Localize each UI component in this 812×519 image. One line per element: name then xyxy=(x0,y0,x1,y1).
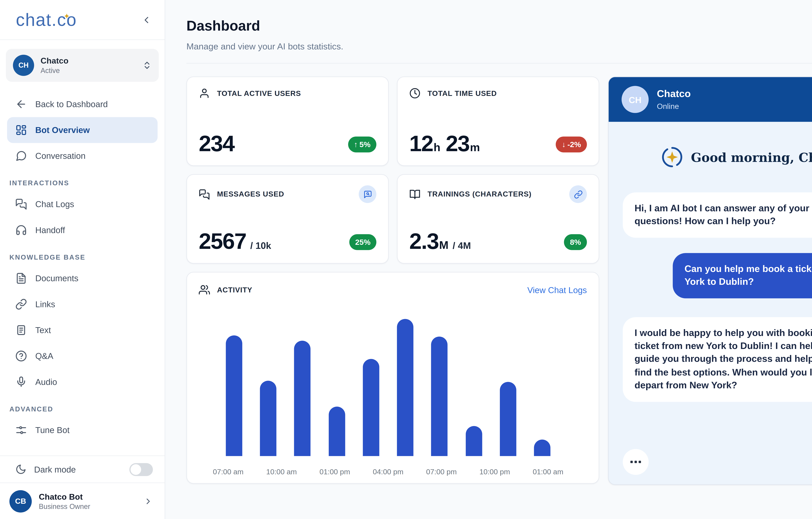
sidebar-item-tune-bot[interactable]: Tune Bot xyxy=(7,417,157,443)
clock-icon xyxy=(409,88,420,99)
dark-mode-label: Dark mode xyxy=(34,465,122,474)
user-icon xyxy=(199,88,210,99)
arrow-up-icon: ↑ xyxy=(354,140,358,149)
sidebar-item-label: Links xyxy=(35,300,55,309)
activity-bar-chart xyxy=(226,319,551,456)
nav-section-interactions: INTERACTIONS xyxy=(7,169,157,191)
trainings-link-button[interactable] xyxy=(569,185,587,203)
sidebar-item-chat-logs[interactable]: Chat Logs xyxy=(7,191,157,217)
sidebar-item-label: Bot Overview xyxy=(35,125,90,135)
sidebar-item-label: Tune Bot xyxy=(35,426,69,435)
page-header: Dashboard Manage and view your AI bots s… xyxy=(186,0,812,51)
stat-card-messages-used: MESSAGES USED 2567/ 10k 25% xyxy=(186,174,389,264)
x-axis-label: 04:00 pm xyxy=(373,468,403,476)
delta-badge: ↓-2% xyxy=(556,137,587,153)
view-chat-logs-link[interactable]: View Chat Logs xyxy=(527,285,587,295)
stat-card-time-used: TOTAL TIME USED 12h23m ↓-2% xyxy=(397,77,599,166)
stat-value-hours: 12 xyxy=(409,133,433,155)
stat-card-active-users: TOTAL ACTIVE USERS 234 ↑5% xyxy=(186,77,389,166)
x-axis-label: 01:00 am xyxy=(533,468,563,476)
sidebar-item-links[interactable]: Links xyxy=(7,291,157,317)
sidebar-collapse-button[interactable] xyxy=(141,15,152,25)
chat-greeting: Good morning, Chatco xyxy=(623,145,812,169)
user-profile[interactable]: CB Chatco Bot Business Owner xyxy=(0,483,165,519)
main-area: Dashboard Manage and view your AI bots s… xyxy=(165,0,812,519)
user-role: Business Owner xyxy=(39,502,137,511)
x-axis-label: 10:00 pm xyxy=(480,468,510,476)
dashboard-grid-icon xyxy=(15,124,27,136)
sidebar-item-label: Handoff xyxy=(35,225,65,235)
activity-title: ACTIVITY xyxy=(217,286,252,294)
chat-header: CH Chatco Online xyxy=(609,77,812,122)
arrow-down-icon: ↓ xyxy=(562,140,566,149)
nav-section-advanced: ADVANCED xyxy=(7,395,157,417)
headphones-icon xyxy=(15,224,27,236)
user-message: Can you help me book a ticket from New Y… xyxy=(673,253,812,298)
chat-bot-avatar: CH xyxy=(622,86,649,113)
chatco-logo: chat.c✦o xyxy=(16,10,77,30)
workspace-selector[interactable]: CH Chatco Active xyxy=(6,49,159,82)
sidebar-item-audio[interactable]: Audio xyxy=(7,369,157,395)
sidebar-item-bot-overview[interactable]: Bot Overview xyxy=(7,117,157,143)
chat-bot-name: Chatco xyxy=(657,88,691,100)
sidebar-item-handoff[interactable]: Handoff xyxy=(7,217,157,243)
chat-search-icon xyxy=(363,190,372,199)
workspace-name: Chatco xyxy=(40,56,136,65)
dark-mode-row: Dark mode xyxy=(0,456,165,483)
nav-section-knowledge-base: KNOWLEDGE BASE xyxy=(7,243,157,266)
sidebar-item-label: Q&A xyxy=(35,351,53,361)
bot-message: I would be happy to help you with bookin… xyxy=(623,317,812,402)
delta-badge: 25% xyxy=(349,234,376,250)
workspace-status: Active xyxy=(40,66,136,75)
chat-bot-status: Online xyxy=(657,102,691,111)
sidebar-item-qa[interactable]: Q&A xyxy=(7,343,157,369)
activity-bar xyxy=(260,381,277,456)
logo-text: chat.c xyxy=(16,10,66,30)
stat-value-minutes: 23 xyxy=(446,133,469,155)
stat-denominator: / 4M xyxy=(453,241,471,251)
stat-card-trainings: TRAININGS (CHARACTERS) 2.3M/ 4M 8% xyxy=(397,174,599,264)
link-icon xyxy=(574,190,582,199)
stat-denominator: / 10k xyxy=(250,241,271,251)
x-axis-labels: 07:00 am10:00 am01:00 pm04:00 pm07:00 pm… xyxy=(213,468,563,476)
activity-bar xyxy=(363,359,379,456)
sidebar-item-label: Chat Logs xyxy=(35,199,74,209)
activity-bar xyxy=(397,319,413,456)
stat-value: 2567 xyxy=(199,230,246,252)
sidebar-item-label: Audio xyxy=(35,377,57,387)
help-circle-icon xyxy=(15,350,27,362)
activity-bar xyxy=(534,439,550,456)
x-axis-label: 10:00 am xyxy=(266,468,297,476)
user-avatar: CB xyxy=(9,490,32,512)
header-divider xyxy=(186,63,812,63)
sidebar-item-label: Text xyxy=(35,325,51,335)
chat-search-button[interactable] xyxy=(359,185,376,203)
activity-bar xyxy=(465,426,482,456)
activity-bar xyxy=(294,341,311,456)
users-icon xyxy=(199,284,210,296)
arrow-left-icon xyxy=(15,98,27,110)
sidebar-item-back-to-dashboard[interactable]: Back to Dashboard xyxy=(7,91,157,117)
chat-body: Good morning, Chatco Hi, I am AI bot I c… xyxy=(609,145,812,475)
stat-label: MESSAGES USED xyxy=(217,190,352,198)
sidebar-item-conversation[interactable]: Conversation xyxy=(7,143,157,169)
message-circle-icon xyxy=(15,150,27,162)
dark-mode-toggle[interactable] xyxy=(129,463,153,476)
x-axis-label: 07:00 pm xyxy=(426,468,457,476)
stat-label: TOTAL TIME USED xyxy=(428,89,587,98)
typing-indicator xyxy=(623,449,649,475)
activity-bar xyxy=(500,382,516,456)
link-icon xyxy=(15,298,27,310)
page-subtitle: Manage and view your AI bots statistics. xyxy=(186,41,343,51)
chevron-right-icon xyxy=(144,496,153,506)
sidebar-item-text[interactable]: Text xyxy=(7,317,157,343)
activity-bar xyxy=(328,407,345,456)
sliders-icon xyxy=(15,424,27,436)
sidebar-item-documents[interactable]: Documents xyxy=(7,266,157,291)
stat-label: TOTAL ACTIVE USERS xyxy=(217,89,376,98)
book-open-icon xyxy=(409,189,420,200)
x-axis-label: 07:00 am xyxy=(213,468,243,476)
activity-bar xyxy=(431,337,447,456)
stat-label: TRAININGS (CHARACTERS) xyxy=(428,190,562,198)
delta-badge: 8% xyxy=(564,234,587,250)
